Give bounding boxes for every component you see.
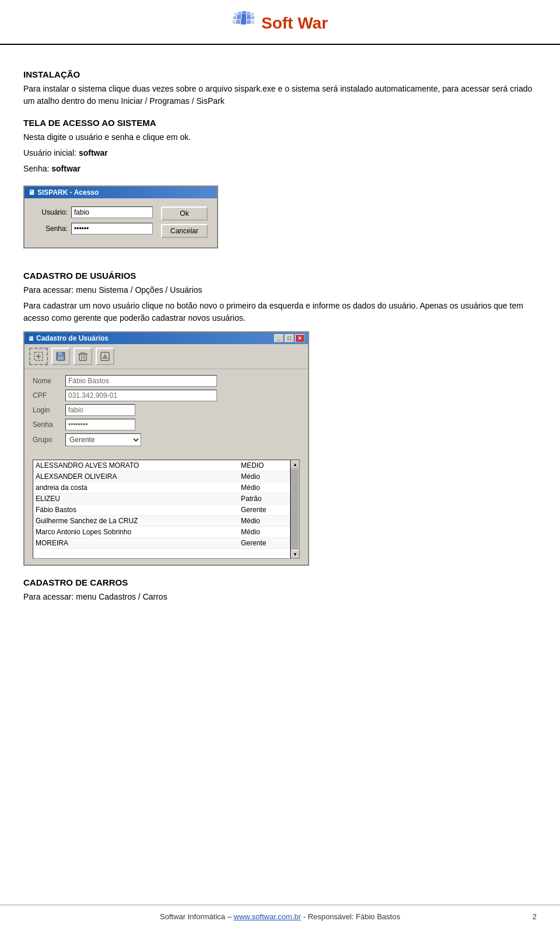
page-footer: Softwar Informática – www.softwar.com.br… [0, 905, 560, 928]
login-dialog-body: Usuário: Senha: Ok Cancelar [24, 198, 217, 247]
usuario-row: Usuário: [34, 206, 153, 218]
grupo-row: Grupo Gerente [33, 433, 300, 446]
senha-cad-label: Senha [33, 421, 62, 429]
cad-titlebar-left: 🖥 Cadastro de Usuários [28, 334, 108, 342]
cpf-input[interactable] [65, 390, 217, 401]
usuario-value: softwar [79, 148, 108, 157]
footer-text: Softwar Informática – [160, 912, 232, 921]
scroll-track [292, 469, 299, 549]
senha-field-label: Senha: [34, 225, 68, 233]
senha-input[interactable] [71, 223, 153, 234]
svg-rect-6 [237, 15, 241, 19]
maximize-button[interactable]: □ [285, 334, 294, 342]
page-number: 2 [533, 912, 537, 921]
delete-button[interactable] [74, 348, 92, 365]
instalacao-text: Para instalar o sistema clique duas veze… [23, 83, 537, 107]
login-row: Login [33, 404, 300, 416]
svg-rect-9 [251, 16, 254, 19]
instalacao-heading: INSTALAÇÃO [23, 69, 537, 79]
logo-text: Soft War [261, 14, 328, 33]
svg-rect-14 [251, 20, 254, 24]
list-item[interactable]: Fábio BastosGerente [33, 505, 290, 516]
svg-rect-3 [247, 12, 250, 15]
list-item[interactable]: ALESSANDRO ALVES MORATOMEDIO [33, 460, 290, 471]
login-buttons: Ok Cancelar [161, 206, 208, 238]
login-dialog-title-text: SISPARK - Acesso [37, 188, 99, 197]
svg-rect-11 [236, 20, 240, 24]
cadastro-usuarios-dialog: 🖥 Cadastro de Usuários _ □ ✕ [23, 331, 309, 566]
list-item[interactable]: ELIZEUPatrão [33, 493, 290, 505]
svg-rect-20 [58, 356, 64, 360]
svg-marker-27 [102, 353, 108, 359]
new-record-button[interactable] [29, 348, 48, 365]
usuario-label-prefix: Usuário inicial: [23, 148, 79, 157]
list-item[interactable]: Guilherme Sanchez de La CRUZMédio [33, 516, 290, 527]
cadastro-carros-heading: CADASTRO DE CARROS [23, 577, 537, 587]
list-scrollbar[interactable]: ▲ ▼ [290, 460, 300, 559]
users-list-container: ALESSANDRO ALVES MORATOMEDIOALEXSANDER O… [33, 460, 300, 559]
list-item[interactable]: andreia da costaMédio [33, 482, 290, 493]
extra-button[interactable] [96, 348, 114, 365]
cpf-row: CPF [33, 390, 300, 401]
footer-suffix: - Responsável: Fábio Bastos [303, 912, 400, 921]
senha-row: Senha: [34, 223, 153, 234]
senha-value: softwar [51, 164, 80, 173]
list-item[interactable]: ALEXSANDER OLIVEIRAMédio [33, 471, 290, 482]
ok-button[interactable]: Ok [161, 206, 208, 220]
senha-cad-row: Senha [33, 419, 300, 430]
svg-rect-7 [242, 15, 246, 19]
svg-rect-2 [242, 11, 246, 15]
login-dialog-titlebar: 🖥 SISPARK - Acesso [24, 187, 217, 198]
svg-rect-1 [238, 12, 242, 15]
usuario-inicial-text: Usuário inicial: softwar [23, 147, 537, 159]
scroll-down-arrow[interactable]: ▼ [291, 550, 299, 558]
logo: Soft War [232, 10, 328, 36]
cadastro-usuarios-p2: Para cadastrar um novo usuário clique no… [23, 300, 537, 324]
usuario-input[interactable] [71, 206, 153, 218]
cadastro-usuarios-p1: Para acessar: menu Sistema / Opções / Us… [23, 284, 537, 296]
nome-input[interactable] [65, 375, 217, 387]
page-header: Soft War [0, 0, 560, 45]
tela-acesso-p1: Nesta digite o usuário e senha e clique … [23, 131, 537, 143]
main-content: INSTALAÇÃO Para instalar o sistema cliqu… [0, 45, 560, 653]
scroll-up-arrow[interactable]: ▲ [291, 460, 299, 468]
senha-label-prefix: Senha: [23, 164, 51, 173]
cpf-label: CPF [33, 391, 62, 400]
grupo-select[interactable]: Gerente [65, 433, 141, 446]
nome-label: Nome [33, 377, 62, 385]
login-input[interactable] [65, 404, 135, 416]
svg-rect-5 [233, 16, 236, 19]
svg-rect-4 [251, 13, 254, 16]
login-label: Login [33, 406, 62, 414]
login-form-container: Usuário: Senha: Ok Cancelar [34, 206, 208, 239]
cancel-button[interactable]: Cancelar [161, 224, 208, 238]
svg-rect-23 [81, 352, 85, 354]
footer-link[interactable]: www.softwar.com.br [234, 912, 302, 921]
cadastro-carros-p1: Para acessar: menu Cadastros / Carros [23, 591, 537, 603]
senha-cad-input[interactable] [65, 419, 135, 430]
cad-form: Nome CPF Login Senha Grupo Gerente [24, 369, 308, 455]
svg-rect-10 [233, 20, 236, 24]
cadastro-usuarios-heading: CADASTRO DE USUÁRIOS [23, 271, 537, 281]
svg-rect-13 [247, 20, 251, 24]
minimize-button[interactable]: _ [274, 334, 284, 342]
users-listbox[interactable]: ALESSANDRO ALVES MORATOMEDIOALEXSANDER O… [33, 460, 290, 559]
save-button[interactable] [51, 348, 70, 365]
svg-rect-21 [79, 354, 86, 360]
login-dialog: 🖥 SISPARK - Acesso Usuário: Senha: Ok [23, 185, 218, 248]
grupo-label: Grupo [33, 436, 62, 444]
list-item[interactable]: Marco Antonio Lopes SobrinhoMédio [33, 527, 290, 538]
tela-acesso-heading: TELA DE ACESSO AO SISTEMA [23, 118, 537, 128]
cad-dialog-icon: 🖥 [28, 335, 34, 342]
list-item[interactable]: MOREIRAGerente [33, 538, 290, 549]
svg-rect-19 [58, 352, 62, 355]
login-form-fields: Usuário: Senha: [34, 206, 153, 239]
cad-toolbar [24, 344, 308, 369]
svg-rect-8 [247, 15, 251, 19]
cad-dialog-titlebar: 🖥 Cadastro de Usuários _ □ ✕ [24, 332, 308, 344]
close-button[interactable]: ✕ [295, 334, 304, 342]
titlebar-buttons: _ □ ✕ [274, 334, 304, 342]
login-dialog-title-icon: 🖥 [28, 188, 35, 197]
senha-inicial-text: Senha: softwar [23, 163, 537, 175]
nome-row: Nome [33, 375, 300, 387]
